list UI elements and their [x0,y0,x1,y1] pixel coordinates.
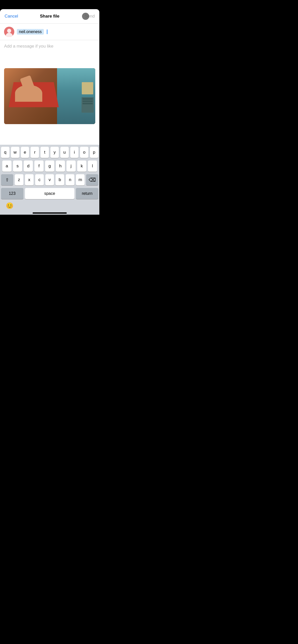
key-b[interactable]: b [56,174,64,185]
panel-btn-3 [83,103,93,104]
status-bar [0,0,99,9]
content-space [0,124,99,145]
panel-btn-1 [83,98,93,100]
key-k[interactable]: k [77,160,86,172]
key-r[interactable]: r [31,147,39,158]
key-f[interactable]: f [34,160,44,172]
keyboard-extras: 😊 [1,200,98,212]
shift-key[interactable]: ⇧ [1,174,13,185]
keyboard-bottom-row: 123 space return [1,188,98,199]
key-j[interactable]: j [66,160,76,172]
avatar-person-icon [4,27,14,37]
key-i[interactable]: i [70,147,79,158]
key-q[interactable]: q [1,147,9,158]
key-s[interactable]: s [13,160,22,172]
recipient-name: neil.oneness [19,30,42,34]
send-button-area[interactable]: Send [82,13,95,20]
key-g[interactable]: g [45,160,54,172]
key-x[interactable]: x [25,174,34,185]
message-input-area[interactable]: Add a message if you like [0,40,99,68]
key-y[interactable]: y [50,147,59,158]
delete-icon: ⌫ [89,177,96,183]
keyboard: q w e r t y u i o p a s d f g h j k l ⇧ [0,145,99,215]
key-w[interactable]: w [11,147,19,158]
key-c[interactable]: c [35,174,44,185]
key-t[interactable]: t [40,147,49,158]
delete-key[interactable]: ⌫ [86,174,98,185]
key-v[interactable]: v [45,174,54,185]
key-d[interactable]: d [24,160,33,172]
emoji-button[interactable]: 😊 [5,201,14,210]
image-preview [4,68,95,124]
machine-screen [82,82,93,94]
recipient-row: neil.oneness [0,24,99,40]
key-n[interactable]: n [66,174,74,185]
home-indicator [33,212,67,214]
keyboard-row-3: ⇧ z x c v b n m ⌫ [1,174,98,185]
avatar [4,27,14,37]
text-cursor [47,30,47,34]
numbers-key[interactable]: 123 [1,188,23,199]
key-l[interactable]: l [88,160,97,172]
key-o[interactable]: o [80,147,88,158]
return-key[interactable]: return [76,188,98,199]
photo-machine [57,68,95,124]
modal-title: Share file [40,14,60,19]
recipient-chip: neil.oneness [17,29,44,35]
key-p[interactable]: p [90,147,98,158]
shift-icon: ⇧ [5,177,9,183]
key-m[interactable]: m [76,174,85,185]
cancel-button[interactable]: Cancel [5,14,18,19]
key-z[interactable]: z [15,174,23,185]
message-placeholder: Add a message if you like [4,44,53,49]
space-key[interactable]: space [25,188,75,199]
keyboard-row-2: a s d f g h j k l [1,160,98,172]
machine-panel [82,97,94,113]
share-modal: Cancel Share file Send neil.oneness Add … [0,9,99,215]
panel-btn-2 [83,100,93,102]
keyboard-row-1: q w e r t y u i o p [1,147,98,158]
key-e[interactable]: e [21,147,29,158]
modal-header: Cancel Share file Send [0,9,99,24]
key-u[interactable]: u [60,147,69,158]
key-a[interactable]: a [2,160,11,172]
image-inner [4,68,95,124]
key-h[interactable]: h [56,160,65,172]
